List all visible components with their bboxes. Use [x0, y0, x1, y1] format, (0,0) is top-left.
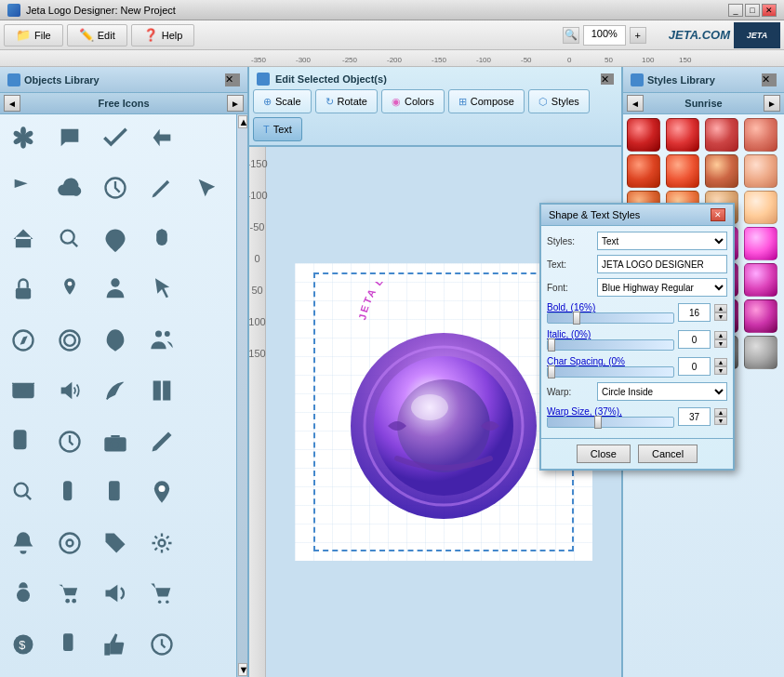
icon-pencil[interactable] — [142, 168, 181, 207]
scroll-up-button[interactable]: ▲ — [238, 115, 247, 128]
zoom-icon[interactable]: 🔍 — [563, 27, 579, 44]
rotate-button[interactable]: ↻ Rotate — [315, 89, 378, 113]
char-slider[interactable] — [547, 366, 674, 378]
edit-menu[interactable]: ✏️ Edit — [67, 24, 127, 46]
minimize-button[interactable]: _ — [728, 4, 743, 17]
icon-money[interactable]: $ — [4, 625, 43, 664]
icon-lifebuoy[interactable] — [50, 321, 89, 360]
icon-compass[interactable] — [4, 321, 43, 360]
icon-empty8[interactable] — [188, 524, 227, 563]
char-value[interactable] — [678, 357, 711, 376]
icon-pen[interactable] — [142, 422, 181, 461]
warp-size-value[interactable] — [678, 407, 711, 426]
icon-empty7[interactable] — [188, 472, 227, 511]
icon-cursor[interactable] — [188, 168, 227, 207]
icon-padlock[interactable] — [4, 574, 43, 613]
icon-location[interactable] — [142, 472, 181, 511]
file-menu[interactable]: 📁 File — [4, 24, 63, 46]
icon-arrow[interactable] — [142, 118, 181, 157]
scale-button[interactable]: ⊕ Scale — [253, 89, 312, 113]
cancel-button[interactable]: Cancel — [638, 445, 698, 463]
italic-value[interactable] — [678, 330, 711, 349]
icon-check[interactable] — [96, 118, 135, 157]
icon-gear[interactable] — [142, 524, 181, 563]
char-label[interactable]: Char Spacing, (0% — [547, 356, 625, 366]
icon-chat[interactable] — [50, 118, 89, 157]
maximize-button[interactable]: □ — [745, 4, 760, 17]
swatch-12[interactable] — [744, 191, 777, 224]
colors-button[interactable]: ◉ Colors — [381, 89, 445, 113]
italic-slider[interactable] — [547, 339, 674, 351]
char-down-button[interactable]: ▼ — [714, 366, 727, 375]
icon-book[interactable] — [142, 371, 181, 410]
icon-email[interactable] — [4, 371, 43, 410]
icons-prev-button[interactable]: ◄ — [4, 95, 20, 112]
warp-size-up-button[interactable]: ▲ — [714, 408, 727, 417]
icon-pin[interactable] — [50, 270, 89, 309]
bold-down-button[interactable]: ▼ — [714, 312, 727, 321]
icon-thumb[interactable] — [96, 625, 135, 664]
swatch-2[interactable] — [666, 118, 699, 152]
icon-leaf2[interactable] — [96, 321, 135, 360]
text-button[interactable]: T Text — [253, 117, 302, 141]
zoom-add-button[interactable]: + — [630, 27, 646, 44]
icon-cart2[interactable] — [142, 574, 181, 613]
icon-people[interactable] — [142, 321, 181, 360]
icon-empty10[interactable] — [188, 625, 227, 664]
icon-clock[interactable] — [96, 168, 135, 207]
icon-empty4[interactable] — [188, 321, 227, 360]
help-menu[interactable]: ❓ Help — [131, 24, 195, 46]
objects-library-close[interactable]: ✕ — [225, 73, 240, 86]
icon-mouse[interactable] — [142, 219, 181, 259]
warp-size-slider[interactable] — [547, 417, 674, 428]
swatch-24[interactable] — [744, 299, 777, 333]
icons-scrollbar[interactable]: ▲ ▼ — [236, 114, 247, 677]
bold-slider[interactable] — [547, 312, 674, 324]
icon-person[interactable] — [96, 270, 135, 309]
swatch-20[interactable] — [744, 263, 777, 297]
text-input[interactable] — [597, 255, 727, 273]
icon-bell[interactable] — [4, 524, 43, 563]
icon-ipod[interactable] — [50, 472, 89, 511]
dialog-close-button[interactable]: ✕ — [711, 208, 725, 221]
icon-leaf[interactable] — [96, 219, 135, 259]
icon-cursor2[interactable] — [142, 270, 181, 309]
icon-lock[interactable] — [4, 270, 43, 309]
styles-dropdown[interactable]: Text — [597, 232, 727, 250]
icon-megaphone[interactable] — [96, 574, 135, 613]
swatch-16[interactable] — [744, 227, 777, 260]
icon-empty2[interactable] — [188, 219, 227, 259]
swatch-6[interactable] — [666, 154, 699, 188]
bold-label[interactable]: Bold, (16%) — [547, 302, 595, 312]
warp-size-down-button[interactable]: ▼ — [714, 417, 727, 425]
icons-next-button[interactable]: ► — [227, 95, 244, 112]
icon-camera[interactable] — [96, 422, 135, 461]
icon-cloud[interactable] — [50, 168, 89, 207]
styles-next-button[interactable]: ► — [764, 95, 780, 112]
close-button[interactable]: Close — [577, 445, 631, 463]
scroll-down-button[interactable]: ▼ — [238, 663, 247, 676]
icon-home[interactable] — [4, 219, 43, 259]
italic-down-button[interactable]: ▼ — [714, 339, 727, 348]
warp-size-label[interactable]: Warp Size, (37%), — [547, 406, 622, 417]
zoom-level[interactable]: 100% — [583, 25, 626, 46]
icon-empty[interactable] — [188, 118, 227, 157]
styles-button[interactable]: ⬡ Styles — [528, 89, 590, 113]
swatch-3[interactable] — [705, 118, 738, 152]
font-dropdown[interactable]: Blue Highway Regular — [597, 278, 727, 297]
bold-up-button[interactable]: ▲ — [714, 304, 727, 312]
icon-magnify2[interactable] — [4, 472, 43, 511]
icon-flower[interactable] — [4, 118, 43, 157]
icon-flag[interactable] — [4, 168, 43, 207]
icon-sound[interactable] — [50, 371, 89, 410]
icon-cart[interactable] — [50, 574, 89, 613]
swatch-4[interactable] — [744, 118, 777, 152]
icon-empty6[interactable] — [188, 422, 227, 461]
bold-value[interactable] — [678, 303, 711, 322]
char-up-button[interactable]: ▲ — [714, 358, 727, 366]
icon-mobile[interactable] — [50, 625, 89, 664]
swatch-28[interactable] — [744, 336, 777, 369]
icon-clock2[interactable] — [50, 422, 89, 461]
icon-magnify[interactable] — [50, 219, 89, 259]
icon-phone[interactable] — [96, 472, 135, 511]
